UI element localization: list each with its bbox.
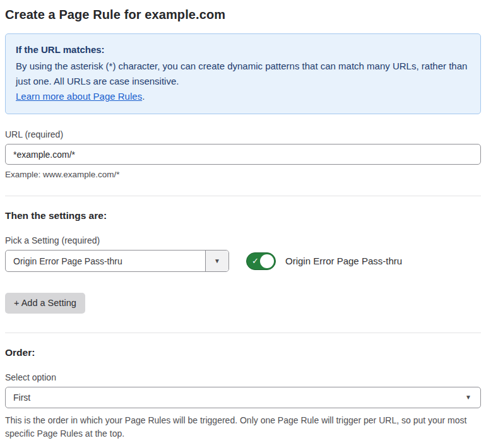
order-select-value: First [13, 392, 30, 403]
divider [5, 196, 481, 196]
url-input[interactable] [5, 144, 481, 165]
setting-select[interactable]: Origin Error Page Pass-thru ▼ [5, 250, 229, 272]
order-select[interactable]: First ▼ [5, 387, 481, 408]
callout-body: By using the asterisk (*) character, you… [16, 59, 470, 89]
learn-more-link[interactable]: Learn more about Page Rules [16, 91, 142, 102]
order-helper-text: This is the order in which your Page Rul… [5, 414, 481, 441]
pick-setting-label: Pick a Setting (required) [5, 235, 481, 245]
setting-row: Origin Error Page Pass-thru ▼ ✓ Origin E… [5, 250, 481, 272]
order-section-heading: Order: [5, 347, 481, 358]
url-field-label: URL (required) [5, 129, 481, 139]
toggle-knob [260, 254, 274, 268]
callout-link-line: Learn more about Page Rules. [16, 89, 470, 104]
add-setting-button[interactable]: + Add a Setting [5, 293, 85, 314]
link-period: . [142, 91, 145, 102]
check-icon: ✓ [252, 256, 259, 266]
chevron-down-icon: ▼ [214, 258, 220, 264]
url-field-helper: Example: www.example.com/* [5, 170, 481, 179]
setting-toggle[interactable]: ✓ [246, 252, 276, 270]
callout-heading: If the URL matches: [16, 42, 470, 57]
order-select-label: Select option [5, 372, 481, 382]
divider [5, 333, 481, 333]
setting-toggle-label: Origin Error Page Pass-thru [285, 256, 402, 266]
url-match-info-callout: If the URL matches: By using the asteris… [5, 33, 481, 114]
chevron-down-icon: ▼ [465, 394, 471, 401]
setting-select-value: Origin Error Page Pass-thru [6, 251, 205, 271]
setting-select-dropdown-button[interactable]: ▼ [205, 251, 228, 271]
settings-section-heading: Then the settings are: [5, 210, 481, 221]
page-title: Create a Page Rule for example.com [5, 8, 481, 22]
